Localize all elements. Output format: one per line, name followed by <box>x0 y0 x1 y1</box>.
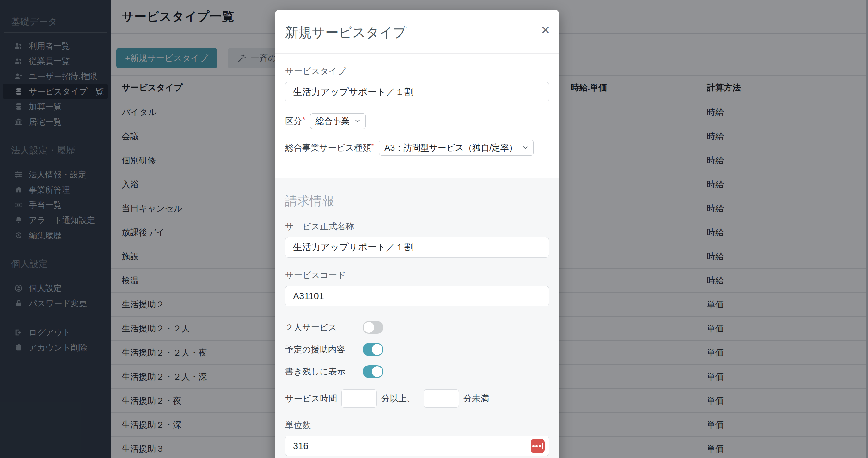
planned-assistance-label: 予定の援助内容 <box>285 344 363 355</box>
two-person-service-toggle[interactable] <box>363 321 383 334</box>
show-in-notes-label: 書き残しに表示 <box>285 366 363 377</box>
modal-basic-section: サービスタイプ 区分* 総合事業 総合事業サービス種類* A3：訪問型サービス（… <box>275 66 559 155</box>
two-person-service-label: ２人サービス <box>285 322 363 333</box>
close-icon[interactable]: × <box>541 23 550 37</box>
units-input[interactable] <box>285 435 549 456</box>
official-name-label: サービス正式名称 <box>285 221 549 232</box>
two-person-service-row: ２人サービス <box>285 321 549 334</box>
sougou-type-row: 総合事業サービス種類* A3：訪問型サービス（独自/定率） <box>285 140 549 155</box>
units-field <box>285 435 549 456</box>
time-max-suffix: 分未満 <box>463 393 489 404</box>
kubun-select-value: 総合事業 <box>315 115 350 127</box>
sougou-type-label: 総合事業サービス種類* <box>285 142 374 153</box>
service-time-min-input[interactable] <box>341 389 377 408</box>
modal-header: 新規サービスタイプ × <box>275 10 559 41</box>
new-service-type-modal: 新規サービスタイプ × サービスタイプ 区分* 総合事業 総合事業サービス種類*… <box>275 10 559 458</box>
show-in-notes-toggle[interactable] <box>363 365 383 378</box>
planned-assistance-row: 予定の援助内容 <box>285 343 549 356</box>
service-time-label: サービス時間 <box>285 393 337 404</box>
sougou-type-select[interactable]: A3：訪問型サービス（独自/定率） <box>379 140 533 155</box>
modal-title: 新規サービスタイプ <box>285 24 548 41</box>
kubun-row: 区分* 総合事業 <box>285 113 549 129</box>
sougou-type-select-value: A3：訪問型サービス（独自/定率） <box>384 142 517 153</box>
service-type-input[interactable] <box>285 82 549 103</box>
show-in-notes-row: 書き残しに表示 <box>285 365 549 378</box>
planned-assistance-toggle[interactable] <box>363 343 383 356</box>
time-min-suffix: 分以上、 <box>381 393 415 404</box>
kubun-select[interactable]: 総合事業 <box>310 113 366 129</box>
required-asterisk: * <box>371 142 374 150</box>
chevron-down-icon <box>354 118 361 125</box>
divider <box>275 53 559 54</box>
service-code-input[interactable] <box>285 286 549 307</box>
service-time-row: サービス時間 分以上、 分未満 <box>285 389 549 408</box>
required-asterisk: * <box>302 115 305 124</box>
chevron-down-icon <box>522 144 529 151</box>
kubun-label: 区分* <box>285 115 305 127</box>
service-time-max-input[interactable] <box>424 389 459 408</box>
billing-section-heading: 請求情報 <box>285 193 549 209</box>
service-type-label: サービスタイプ <box>285 66 549 77</box>
service-code-label: サービスコード <box>285 270 549 281</box>
billing-section: 請求情報 サービス正式名称 サービスコード ２人サービス 予定の援助内容 書き残… <box>275 178 559 458</box>
password-manager-autofill-icon[interactable] <box>531 439 545 453</box>
units-label: 単位数 <box>285 420 549 430</box>
official-name-input[interactable] <box>285 237 549 258</box>
